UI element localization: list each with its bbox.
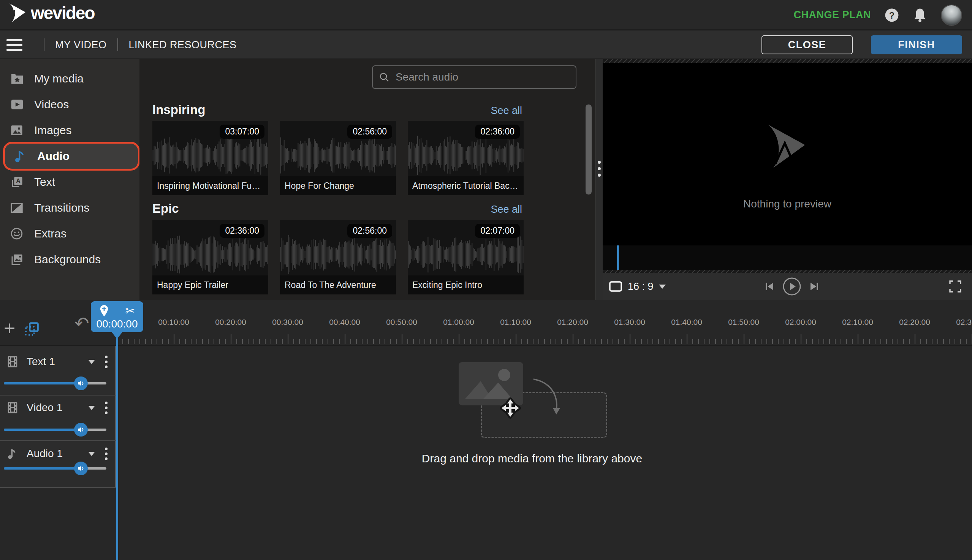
- aspect-ratio-dropdown[interactable]: 16 : 9: [609, 273, 666, 300]
- fullscreen-icon[interactable]: [949, 280, 962, 293]
- speaker-icon: [77, 465, 85, 472]
- audio-card[interactable]: 02:07:00Exciting Epic Intro: [408, 220, 524, 295]
- wevideo-logo[interactable]: wevideo: [9, 3, 95, 23]
- sidebar-item-text[interactable]: AText: [0, 169, 140, 195]
- track-options-icon[interactable]: [105, 356, 108, 368]
- volume-thumb[interactable]: [74, 377, 88, 390]
- audio-title: Exciting Epic Intro: [408, 275, 524, 295]
- help-icon[interactable]: ?: [885, 8, 899, 22]
- ruler-major-tick: [915, 334, 915, 344]
- ruler-minor-tick: [618, 339, 619, 344]
- waveform: [408, 233, 524, 275]
- preview-playhead[interactable]: [617, 245, 619, 270]
- ruler-minor-tick: [681, 339, 682, 344]
- ruler-minor-tick: [555, 339, 556, 344]
- close-button[interactable]: CLOSE: [762, 35, 853, 54]
- audio-card[interactable]: 02:36:00Happy Epic Trailer: [152, 220, 268, 295]
- ruler-minor-tick: [550, 339, 550, 344]
- ruler-minor-tick: [157, 339, 157, 344]
- sidebar-item-my-media[interactable]: My media: [0, 66, 140, 92]
- audio-title: Hope For Change: [280, 176, 396, 195]
- volume-thumb[interactable]: [74, 462, 88, 475]
- split-scissors-icon[interactable]: ✂: [125, 305, 135, 317]
- notifications-bell-icon[interactable]: [913, 8, 927, 22]
- track-collapse-chevron-icon[interactable]: [88, 406, 95, 410]
- volume-slider-text-1[interactable]: [4, 377, 107, 390]
- undo-icon[interactable]: ↶: [75, 315, 89, 332]
- ruler-minor-tick: [162, 339, 163, 344]
- see-all-link[interactable]: See all: [490, 105, 522, 117]
- playhead-badge[interactable]: ✂ 00:00:00: [91, 301, 143, 332]
- add-marker-pin-icon[interactable]: [99, 305, 109, 317]
- wevideo-watermark-icon: [764, 124, 809, 170]
- ruler-minor-tick: [772, 339, 773, 344]
- sidebar-item-videos[interactable]: Videos: [0, 92, 140, 117]
- search-input[interactable]: [395, 71, 570, 83]
- preview-resize-strip[interactable]: [603, 59, 972, 63]
- previous-frame-button[interactable]: [764, 281, 775, 292]
- sidebar-item-audio[interactable]: Audio: [3, 142, 140, 171]
- ruler-label: 01:00:00: [443, 318, 474, 327]
- track-options-icon[interactable]: [105, 448, 108, 460]
- ruler-minor-tick: [265, 339, 266, 344]
- track-options-icon[interactable]: [105, 402, 108, 414]
- panel-resize-handle[interactable]: [595, 59, 603, 300]
- duplicate-icon[interactable]: [24, 322, 40, 337]
- sidebar-item-extras[interactable]: Extras: [0, 221, 140, 247]
- ruler-minor-tick: [521, 339, 522, 344]
- change-plan-link[interactable]: CHANGE PLAN: [794, 9, 871, 21]
- ruler-minor-tick: [482, 339, 482, 344]
- ruler-minor-tick: [305, 339, 305, 344]
- ruler-minor-tick: [567, 339, 568, 344]
- track-header-video-1: Video 1: [0, 400, 116, 415]
- aspect-ratio-value: 16 : 9: [628, 281, 654, 293]
- see-all-link[interactable]: See all: [490, 203, 522, 215]
- project-title[interactable]: MY VIDEO: [55, 39, 107, 51]
- tab-linked-resources[interactable]: LINKED RESOURCES: [129, 39, 237, 51]
- audio-icon: [14, 150, 29, 163]
- audio-card[interactable]: 02:56:00Road To The Adventure: [280, 220, 396, 295]
- sidebar-item-label: Backgrounds: [34, 253, 101, 266]
- audio-card[interactable]: 03:07:00Inspiring Motivational Fundraise…: [152, 121, 268, 195]
- sidebar-item-label: Videos: [34, 98, 69, 111]
- ruler-label: 00:30:00: [272, 318, 303, 327]
- ruler-minor-tick: [293, 339, 294, 344]
- finish-button[interactable]: FINISH: [871, 35, 962, 54]
- menu-hamburger-icon[interactable]: [7, 39, 22, 51]
- sidebar-item-transitions[interactable]: Transitions: [0, 195, 140, 221]
- ruler-minor-tick: [795, 339, 796, 344]
- ruler-minor-tick: [413, 339, 414, 344]
- library-scrollbar-thumb[interactable]: [585, 105, 592, 195]
- track-collapse-chevron-icon[interactable]: [88, 452, 95, 456]
- svg-text:A: A: [16, 177, 20, 185]
- text-icon: A: [11, 176, 26, 188]
- ruler-minor-tick: [767, 339, 767, 344]
- volume-slider-video-1[interactable]: [4, 423, 107, 437]
- next-frame-button[interactable]: [809, 281, 820, 292]
- volume-slider-audio-1[interactable]: [4, 462, 107, 475]
- track-name: Video 1: [27, 402, 88, 414]
- ruler-minor-tick: [846, 339, 847, 344]
- sidebar-item-backgrounds[interactable]: Backgrounds: [0, 247, 140, 272]
- ruler-label: 02:30:00: [956, 318, 972, 327]
- volume-thumb[interactable]: [74, 423, 88, 437]
- add-track-button[interactable]: +: [4, 320, 15, 337]
- avatar[interactable]: [941, 5, 962, 26]
- audio-card[interactable]: 02:56:00Hope For Change: [280, 121, 396, 195]
- ruler-minor-tick: [447, 339, 448, 344]
- preview-seek-strip[interactable]: [603, 245, 972, 270]
- track-collapse-chevron-icon[interactable]: [88, 360, 95, 364]
- ruler-minor-tick: [424, 339, 425, 344]
- preview-screen[interactable]: Nothing to preview: [603, 63, 972, 245]
- ruler-minor-tick: [253, 339, 254, 344]
- ruler-minor-tick: [128, 339, 129, 344]
- nav-right: CLOSE FINISH: [762, 31, 962, 59]
- ruler-minor-tick: [658, 339, 659, 344]
- track-header-audio-1: Audio 1: [0, 446, 116, 461]
- audio-card[interactable]: 02:36:00Atmospheric Tutorial Background: [408, 121, 524, 195]
- ruler-minor-tick: [727, 339, 727, 344]
- ruler-minor-tick: [202, 339, 203, 344]
- timeline-playhead-line[interactable]: [116, 332, 118, 560]
- play-button[interactable]: [782, 277, 802, 296]
- sidebar-item-images[interactable]: Images: [0, 117, 140, 143]
